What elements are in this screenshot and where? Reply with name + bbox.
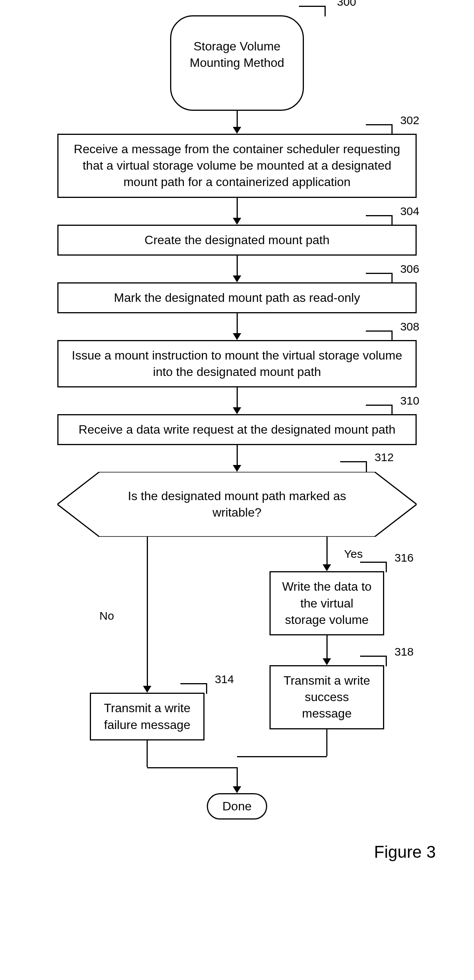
ref-314: 314 <box>215 672 234 687</box>
figure-caption: Figure 3 <box>31 842 443 862</box>
decision-312: Is the designated mount path marked as w… <box>57 472 417 537</box>
terminal-done-text: Done <box>222 799 252 813</box>
branch-container: No Transmit a write failure message 314 <box>57 537 417 786</box>
process-314-text: Transmit a write failure message <box>104 701 190 731</box>
ref-300: 300 <box>337 0 356 10</box>
arrow-no <box>143 537 151 693</box>
process-308: Issue a mount instruction to mount the v… <box>57 340 417 387</box>
ref-318: 318 <box>394 644 414 660</box>
flowchart: Storage Volume Mounting Method 300 Recei… <box>31 15 443 820</box>
process-318: Transmit a write success message 318 <box>269 665 384 729</box>
arrow-yes-1 <box>323 537 331 571</box>
ref-306: 306 <box>400 261 419 277</box>
process-302: Receive a message from the container sch… <box>57 134 417 198</box>
arrow <box>233 198 241 225</box>
arrow <box>233 256 241 282</box>
arrow <box>233 387 241 414</box>
process-310-text: Receive a data write request at the desi… <box>79 423 396 436</box>
terminal-start: Storage Volume Mounting Method 300 <box>170 15 304 111</box>
arrow-yes-2 <box>323 635 331 665</box>
ref-304: 304 <box>400 204 419 219</box>
decision-312-text: Is the designated mount path marked as w… <box>57 488 417 521</box>
arrow-merge <box>233 767 241 793</box>
ref-310: 310 <box>400 393 419 409</box>
process-306-text: Mark the designated mount path as read-o… <box>114 291 360 305</box>
process-314: Transmit a write failure message 314 <box>90 693 205 740</box>
process-316: Write the data to the virtual storage vo… <box>269 571 384 635</box>
ref-316: 316 <box>394 550 414 566</box>
edge-yes: Yes <box>344 548 363 560</box>
process-318-text: Transmit a write success message <box>284 674 370 720</box>
process-316-text: Write the data to the virtual storage vo… <box>282 580 372 626</box>
arrow <box>233 445 241 472</box>
process-304: Create the designated mount path 304 <box>57 225 417 256</box>
ref-308: 308 <box>400 319 419 335</box>
ref-312: 312 <box>375 450 394 465</box>
terminal-done: Done <box>207 793 268 820</box>
arrow <box>233 313 241 340</box>
ref-302: 302 <box>400 113 419 128</box>
process-302-text: Receive a message from the container sch… <box>74 142 400 189</box>
arrow <box>233 111 241 134</box>
process-306: Mark the designated mount path as read-o… <box>57 282 417 313</box>
process-310: Receive a data write request at the desi… <box>57 414 417 445</box>
process-308-text: Issue a mount instruction to mount the v… <box>72 348 402 379</box>
process-304-text: Create the designated mount path <box>144 233 330 247</box>
terminal-start-text: Storage Volume Mounting Method <box>190 39 284 70</box>
edge-no: No <box>99 609 114 622</box>
